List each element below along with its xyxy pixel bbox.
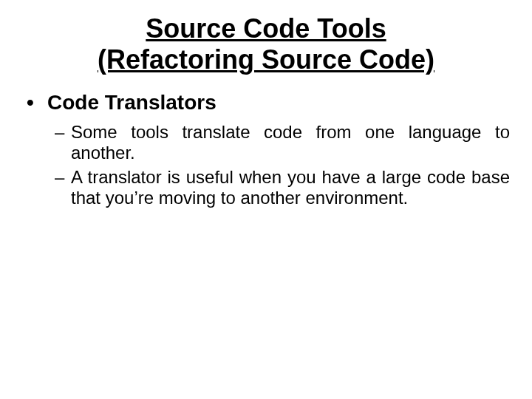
title-line-2: (Refactoring Source Code) [98,44,434,75]
bullet-level-2: – A translator is useful when you have a… [55,167,510,209]
bullet-level-2: – Some tools translate code from one lan… [55,122,510,164]
bullet-level-1: • Code Translators [22,91,510,115]
bullet-l1-text: Code Translators [47,91,216,115]
bullet-dash-icon: – [55,167,71,188]
bullet-l2-text: A translator is useful when you have a l… [71,167,510,209]
title-line-1: Source Code Tools [146,13,386,44]
bullet-dash-icon: – [55,122,71,143]
bullet-l2-text: Some tools translate code from one langu… [71,122,510,164]
bullet-dot-icon: • [22,91,47,115]
slide-title: Source Code Tools (Refactoring Source Co… [22,13,510,76]
